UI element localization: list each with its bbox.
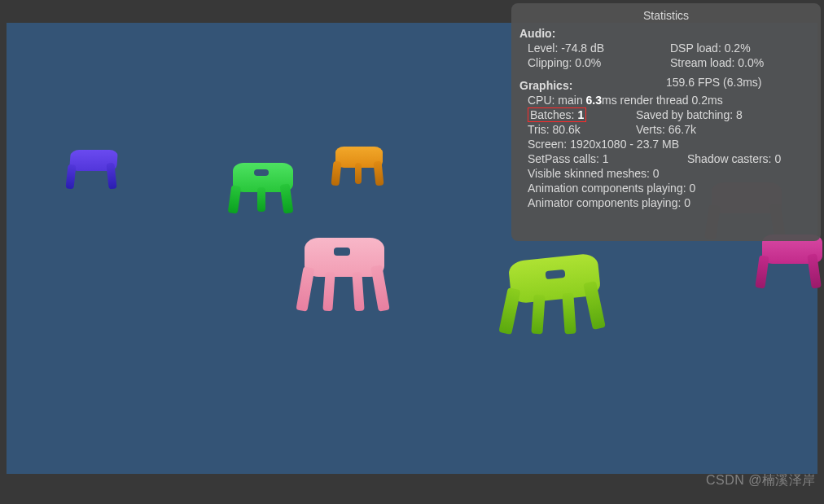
stool-lime [498, 257, 612, 353]
batches-label: Batches: [530, 108, 577, 121]
batches-cell: Batches: 1 [528, 107, 636, 122]
graphics-heading: Graphics: [519, 78, 666, 93]
stats-title: Statistics [519, 8, 813, 23]
shadow-casters: Shadow casters: 0 [687, 151, 813, 166]
saved-batching: Saved by batching: 8 [636, 107, 813, 122]
dsp-load: DSP load: 0.2% [670, 41, 813, 55]
skinned-meshes: Visible skinned meshes: 0 [519, 166, 813, 181]
window: Statistics Audio: Level: -74.8 dB DSP lo… [0, 0, 824, 504]
cpu-main: 6.3 [586, 94, 602, 107]
cpu-post: ms render thread 0.2ms [602, 94, 723, 107]
stool-pink [296, 238, 396, 334]
fps-value: 159.6 FPS (6.3ms) [666, 75, 813, 93]
audio-heading: Audio: [519, 26, 813, 41]
cpu-line: CPU: main 6.3ms render thread 0.2ms [519, 93, 813, 107]
stool-green [226, 163, 301, 223]
stool-magenta [752, 234, 824, 298]
audio-level: Level: -74.8 dB [528, 41, 670, 55]
verts-value: Verts: 66.7k [636, 122, 813, 137]
statistics-panel: Statistics Audio: Level: -74.8 dB DSP lo… [511, 3, 821, 241]
animator-comp: Animator components playing: 0 [519, 195, 813, 210]
audio-clipping: Clipping: 0.0% [528, 55, 670, 70]
animation-comp: Animation components playing: 0 [519, 181, 813, 195]
stool-purple [64, 150, 124, 195]
stool-orange [331, 147, 389, 192]
stream-load: Stream load: 0.0% [670, 55, 813, 70]
batches-highlight: Batches: 1 [528, 107, 586, 122]
setpass-value: SetPass calls: 1 [528, 151, 687, 166]
batches-value: 1 [577, 108, 584, 121]
screen-value: Screen: 1920x1080 - 23.7 MB [519, 137, 813, 151]
tris-value: Tris: 80.6k [528, 122, 636, 137]
cpu-pre: CPU: main [528, 94, 586, 107]
watermark: CSDN @楠溪泽岸 [706, 472, 816, 489]
